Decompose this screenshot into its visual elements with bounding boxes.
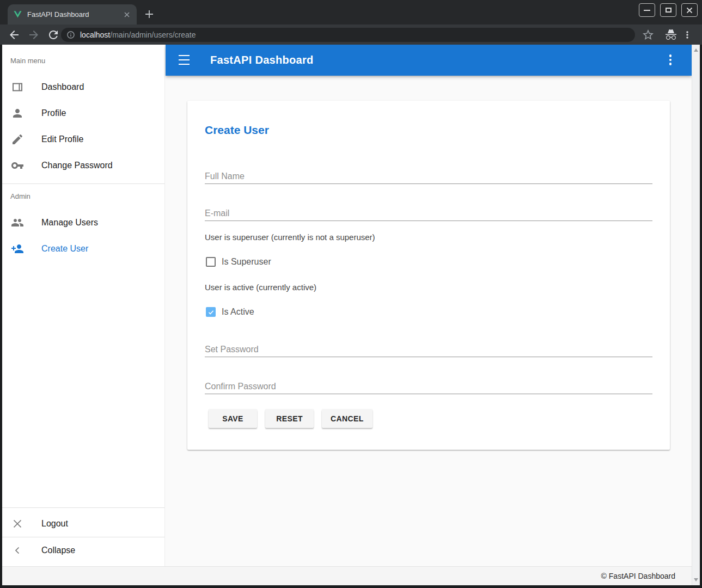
bookmark-star-icon[interactable] [642, 28, 655, 41]
reload-icon[interactable] [47, 28, 60, 41]
window-controls [639, 3, 698, 17]
reset-button[interactable]: RESET [265, 409, 314, 428]
confirm-password-field[interactable] [205, 379, 652, 394]
page-info-icon[interactable] [66, 30, 75, 39]
is-superuser-checkbox-row[interactable]: Is Superuser [206, 257, 271, 267]
sidebar-item-profile[interactable]: Profile [2, 100, 164, 126]
superuser-hint: User is superuser (currently is not a su… [205, 232, 375, 242]
close-icon [686, 7, 693, 14]
sidebar-item-label: Profile [41, 108, 66, 118]
vue-logo-icon [13, 10, 22, 19]
key-icon [11, 159, 24, 172]
back-icon[interactable] [8, 28, 21, 41]
set-password-field[interactable] [205, 342, 652, 357]
browser-titlebar: FastAPI Dashboard [0, 0, 702, 24]
form-actions: SAVE RESET CANCEL [209, 409, 373, 428]
person-add-icon [11, 242, 24, 255]
plus-icon [145, 10, 154, 19]
new-tab-button[interactable] [142, 7, 156, 21]
browser-tab[interactable]: FastAPI Dashboard [8, 4, 137, 24]
window-close-button[interactable] [681, 3, 698, 17]
sidebar-section-main-menu: Main menu [10, 57, 45, 65]
checkbox-label: Is Active [222, 307, 254, 317]
url-host: localhost [80, 30, 110, 39]
page-viewport: Main menu Dashboard Profile Edit Profile… [2, 45, 700, 585]
sidebar-item-label: Create User [41, 244, 88, 254]
sidebar-item-create-user[interactable]: Create User [2, 236, 164, 262]
sidebar-divider [2, 183, 164, 184]
sidebar-divider [2, 507, 164, 508]
full-name-field[interactable] [205, 169, 652, 184]
sidebar-item-label: Collapse [41, 546, 75, 555]
sidebar-item-label: Dashboard [41, 82, 84, 92]
appbar-kebab-menu-icon[interactable] [666, 53, 675, 67]
person-icon [11, 107, 24, 120]
chevron-left-icon [11, 544, 24, 557]
sidebar-item-manage-users[interactable]: Manage Users [2, 210, 164, 236]
url-text: localhost/main/admin/users/create [80, 30, 196, 39]
checkbox-checked-icon[interactable] [206, 307, 216, 317]
minimize-icon [644, 10, 650, 11]
active-hint: User is active (currently active) [205, 283, 316, 292]
dashboard-icon [11, 81, 24, 94]
scroll-down-arrow-icon[interactable] [694, 578, 698, 581]
app-bar: FastAPI Dashboard [166, 45, 692, 76]
hamburger-menu-icon[interactable] [179, 55, 190, 65]
cancel-button[interactable]: CANCEL [322, 409, 373, 428]
close-x-icon [11, 517, 24, 530]
url-path: /main/admin/users/create [110, 30, 196, 39]
sidebar-section-admin: Admin [10, 192, 30, 200]
sidebar-item-edit-profile[interactable]: Edit Profile [2, 126, 164, 152]
tab-close-icon[interactable] [123, 10, 131, 19]
page-footer: © FastAPI Dashboard [2, 566, 692, 585]
sidebar-item-label: Logout [41, 519, 68, 529]
page-title: Create User [205, 124, 269, 137]
maximize-icon [666, 8, 672, 13]
create-user-card: Create User User is superuser (currently… [187, 101, 670, 450]
forward-icon[interactable] [27, 28, 40, 41]
sidebar-item-logout[interactable]: Logout [2, 511, 164, 537]
browser-menu-icon[interactable] [682, 28, 693, 41]
incognito-icon [664, 28, 677, 41]
is-active-checkbox-row[interactable]: Is Active [206, 307, 254, 317]
sidebar-item-dashboard[interactable]: Dashboard [2, 74, 164, 100]
email-field[interactable] [205, 206, 652, 221]
sidebar: Main menu Dashboard Profile Edit Profile… [2, 45, 165, 566]
vertical-scrollbar[interactable] [692, 45, 700, 585]
sidebar-item-change-password[interactable]: Change Password [2, 152, 164, 179]
scroll-up-arrow-icon[interactable] [694, 48, 698, 52]
sidebar-item-label: Edit Profile [41, 134, 83, 144]
window-maximize-button[interactable] [660, 3, 676, 17]
sidebar-item-label: Change Password [41, 161, 113, 170]
tab-title: FastAPI Dashboard [27, 10, 123, 19]
pencil-icon [11, 133, 24, 146]
save-button[interactable]: SAVE [209, 409, 257, 428]
checkbox-unchecked-icon[interactable] [206, 257, 216, 267]
window-minimize-button[interactable] [639, 3, 655, 17]
people-icon [11, 216, 24, 229]
appbar-title: FastAPI Dashboard [210, 45, 314, 76]
sidebar-item-label: Manage Users [41, 218, 98, 228]
browser-toolbar: localhost/main/admin/users/create [0, 24, 702, 45]
address-bar[interactable]: localhost/main/admin/users/create [61, 28, 635, 42]
checkbox-label: Is Superuser [222, 257, 271, 267]
sidebar-item-collapse[interactable]: Collapse [2, 537, 164, 564]
